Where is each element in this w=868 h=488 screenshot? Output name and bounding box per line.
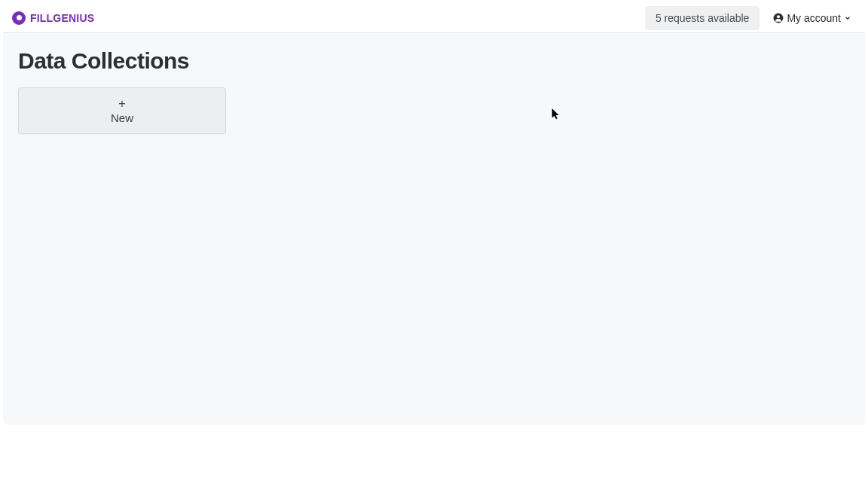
account-menu-button[interactable]: My account [769, 9, 856, 27]
brand-logo-icon [12, 11, 26, 25]
brand-logo[interactable]: FILLGENIUS [12, 11, 94, 25]
brand-logo-text: FILLGENIUS [30, 12, 94, 24]
plus-icon: + [118, 98, 125, 110]
main-content: Data Collections + New [3, 33, 865, 149]
svg-point-1 [777, 15, 780, 18]
user-icon [773, 13, 784, 23]
header: FILLGENIUS 5 requests available My accou… [3, 3, 865, 33]
page-title: Data Collections [18, 48, 850, 74]
header-right: 5 requests available My account [645, 6, 856, 30]
new-card-label: New [111, 111, 133, 124]
requests-available-badge[interactable]: 5 requests available [645, 6, 760, 30]
account-label: My account [787, 12, 841, 24]
new-collection-button[interactable]: + New [18, 87, 226, 134]
chevron-down-icon [844, 14, 851, 22]
